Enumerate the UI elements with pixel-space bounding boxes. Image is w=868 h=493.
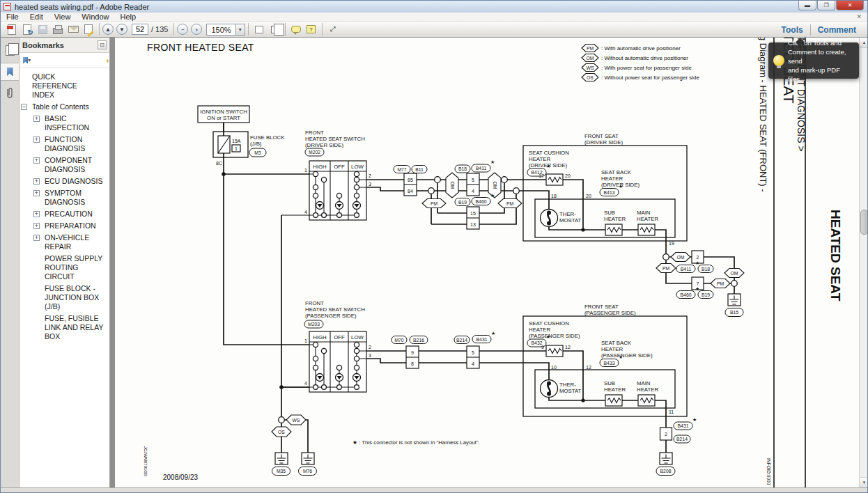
svg-text:M70: M70 bbox=[394, 338, 403, 343]
comment-panel-button[interactable]: Comment bbox=[811, 25, 863, 35]
svg-text:PM: PM bbox=[431, 201, 438, 206]
next-page-button[interactable]: ▼ bbox=[116, 24, 127, 35]
svg-text:SEAT BACK: SEAT BACK bbox=[601, 169, 632, 175]
bookmark-label: ECU DIAGNOSIS bbox=[45, 177, 104, 186]
bookmark-item-function-diagnosis[interactable]: +FUNCTION DIAGNOSIS bbox=[20, 134, 109, 155]
bookmark-item-quick-reference-index[interactable]: QUICK REFERENCE INDEX bbox=[20, 71, 109, 101]
panel-options-button[interactable]: ⊡ bbox=[98, 40, 107, 49]
bookmark-item-on-vehicle-repair[interactable]: +ON-VEHICLE REPAIR bbox=[20, 232, 109, 253]
svg-text:B216: B216 bbox=[413, 338, 424, 343]
bookmark-item-preparation[interactable]: +PREPARATION bbox=[20, 220, 109, 232]
page-thumbnails-tab[interactable] bbox=[1, 41, 19, 59]
zoom-dropdown-caret[interactable]: ▼ bbox=[236, 24, 245, 36]
save-button[interactable] bbox=[36, 23, 49, 36]
menu-help[interactable]: Help bbox=[114, 13, 141, 22]
expand-toggle[interactable]: + bbox=[33, 190, 40, 196]
close-button[interactable]: ✕ bbox=[836, 1, 864, 10]
zoom-level-select[interactable]: 150% bbox=[206, 24, 235, 36]
svg-text:HEATED SEAT SWITCH: HEATED SEAT SWITCH bbox=[305, 136, 365, 142]
bookmark-item-table-of-contents[interactable]: −Table of Contents bbox=[20, 101, 109, 113]
expand-toggle[interactable]: + bbox=[33, 223, 40, 229]
menu-edit[interactable]: Edit bbox=[24, 13, 49, 22]
tools-panel-button[interactable]: Tools bbox=[775, 25, 810, 35]
svg-text:84: 84 bbox=[408, 189, 413, 194]
svg-text:PM: PM bbox=[662, 266, 670, 271]
document-page[interactable]: IGNITION SWITCH ON or START 15A 1 FUSE B… bbox=[115, 38, 859, 487]
tools-comment-tooltip[interactable]: Click on Tools and Comment to create, se… bbox=[768, 42, 859, 79]
svg-text:2: 2 bbox=[369, 173, 371, 178]
bookmarks-tab[interactable] bbox=[1, 63, 19, 81]
svg-text:B460: B460 bbox=[681, 292, 692, 297]
svg-text:MAIN: MAIN bbox=[637, 380, 651, 386]
svg-text:OM: OM bbox=[677, 255, 685, 260]
svg-text:85: 85 bbox=[408, 178, 413, 182]
comment-balloon-button[interactable] bbox=[289, 23, 303, 36]
cloud-save-icon bbox=[23, 24, 31, 35]
menu-bar: File Edit View Window Help ✕ bbox=[1, 13, 867, 22]
svg-text:1: 1 bbox=[235, 146, 238, 151]
bookmark-item-component-diagnosis[interactable]: +COMPONENT DIAGNOSIS bbox=[20, 155, 109, 175]
attachments-tab[interactable] bbox=[1, 84, 19, 102]
menu-file[interactable]: File bbox=[1, 13, 24, 22]
svg-text:B431: B431 bbox=[476, 337, 488, 342]
vertical-scrollbar[interactable]: ▲ ▼ bbox=[859, 38, 868, 487]
expand-toggle[interactable]: + bbox=[33, 157, 40, 164]
menu-view[interactable]: View bbox=[49, 13, 77, 22]
svg-text:9: 9 bbox=[411, 350, 414, 355]
expand-toggle[interactable]: − bbox=[21, 104, 27, 110]
bookmarks-icon bbox=[7, 68, 13, 77]
diagram-title: FRONT HEATED SEAT bbox=[147, 42, 254, 53]
panel-splitter[interactable] bbox=[110, 38, 115, 487]
sign-button[interactable]: T bbox=[304, 23, 318, 36]
bookmark-item-fuse-fusible-link-and-relay-box[interactable]: FUSE, FUSIBLE LINK AND RELAY BOX bbox=[20, 313, 109, 343]
menu-window[interactable]: Window bbox=[76, 13, 114, 22]
expand-toggle[interactable]: + bbox=[33, 178, 40, 185]
svg-text:(PASSENGER SIDE): (PASSENGER SIDE) bbox=[601, 352, 653, 359]
fullscreen-button[interactable]: ⤢ bbox=[326, 23, 340, 36]
scroll-down-button[interactable]: ▼ bbox=[860, 477, 868, 487]
zoom-in-button[interactable]: ＋ bbox=[191, 24, 202, 35]
bookmark-item-basic-inspection[interactable]: +BASIC INSPECTION bbox=[20, 113, 109, 134]
document-area: IGNITION SWITCH ON or START 15A 1 FUSE B… bbox=[115, 38, 859, 487]
bookmark-label: ON-VEHICLE REPAIR bbox=[45, 233, 104, 251]
title-bar[interactable]: heated seats wiring.pdf - Adobe Reader ▬… bbox=[1, 1, 867, 13]
print-icon bbox=[53, 28, 63, 34]
svg-text:THER-: THER- bbox=[559, 382, 576, 388]
scrolling-mode-button[interactable] bbox=[252, 23, 266, 36]
bookmark-options-button[interactable]: ▾ bbox=[23, 57, 31, 64]
email-button[interactable] bbox=[66, 23, 80, 36]
zoom-out-button[interactable]: − bbox=[177, 24, 188, 35]
paperclip-icon bbox=[5, 87, 15, 100]
bookmark-item-symptom-diagnosis[interactable]: +SYMPTOM DIAGNOSIS bbox=[20, 187, 109, 208]
bookmark-item-ecu-diagnosis[interactable]: +ECU DIAGNOSIS bbox=[20, 175, 109, 187]
bookmark-item-precaution[interactable]: +PRECAUTION bbox=[20, 208, 109, 220]
toggle-spacer bbox=[33, 315, 40, 322]
share-button[interactable] bbox=[82, 23, 95, 36]
bookmark-item-power-supply-routing-circuit[interactable]: POWER SUPPLY ROUTING CIRCUIT bbox=[20, 253, 109, 283]
bookmark-label: FUSE BLOCK - JUNCTION BOX (J/B) bbox=[45, 284, 104, 311]
expand-toggle[interactable]: + bbox=[33, 136, 40, 143]
window-title: heated seats wiring.pdf - Adobe Reader bbox=[15, 3, 149, 11]
expand-toggle[interactable]: + bbox=[33, 211, 40, 217]
svg-text:M35: M35 bbox=[277, 469, 286, 474]
bookmark-label: PREPARATION bbox=[45, 221, 104, 230]
svg-text:1: 1 bbox=[304, 338, 307, 343]
open-button[interactable] bbox=[5, 23, 19, 36]
scroll-thumb[interactable] bbox=[860, 210, 868, 235]
maximize-button[interactable]: ❐ bbox=[817, 1, 835, 10]
svg-text:20: 20 bbox=[586, 194, 591, 198]
expand-toggle[interactable]: + bbox=[33, 116, 40, 122]
page-fit-button[interactable] bbox=[268, 23, 281, 36]
cloud-save-button[interactable] bbox=[20, 23, 34, 36]
expand-toggle[interactable]: + bbox=[33, 235, 40, 241]
svg-text:OS: OS bbox=[587, 75, 594, 80]
bookmark-item-fuse-block-junction-box-j-b[interactable]: FUSE BLOCK - JUNCTION BOX (J/B) bbox=[20, 283, 109, 313]
minimize-button[interactable]: ▬ bbox=[798, 1, 816, 10]
print-button[interactable] bbox=[51, 23, 65, 36]
page-number-input[interactable] bbox=[132, 24, 148, 35]
bookmark-tree: QUICK REFERENCE INDEX−Table of Contents+… bbox=[20, 68, 109, 486]
previous-page-button[interactable]: ▲ bbox=[102, 24, 114, 35]
scroll-up-button[interactable]: ▲ bbox=[860, 38, 868, 48]
share-icon bbox=[84, 24, 93, 34]
close-document-icon[interactable]: ✕ bbox=[853, 13, 865, 22]
